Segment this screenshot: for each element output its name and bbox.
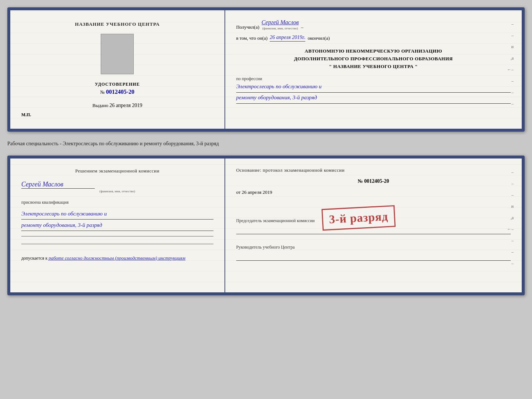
cert1-recipient-line: Получил(а) Сергей Маслов (фамилия, имя, … <box>236 19 511 30</box>
cert2-qualification-line2: ремонту оборудования, 3-й разряд <box>21 220 213 231</box>
cert2-head-signature-line <box>236 252 511 261</box>
cert1-date-preamble: в том, что он(а) <box>236 35 268 41</box>
cert2-name-sub: (фамилия, имя, отчество) <box>21 189 213 193</box>
cert1-left-panel: НАЗВАНИЕ УЧЕБНОГО ЦЕНТРА УДОСТОВЕРЕНИЕ №… <box>10 10 225 129</box>
cert2-separator-line <box>21 236 213 236</box>
cert1-doc-type: УДОСТОВЕРЕНИЕ <box>95 82 140 87</box>
cert1-date-line: в том, что он(а) 26 апреля 2019г. окончи… <box>236 35 511 42</box>
cert1-number-line: № 0012405-20 <box>95 89 140 95</box>
cert2-side-dashes: – – – и ,а ←– – – – <box>507 170 514 281</box>
cert2-right-panel: Основание: протокол экзаменационной коми… <box>225 158 522 292</box>
cert1-name-block: Сергей Маслов (фамилия, имя, отчество) <box>262 19 299 30</box>
cert1-issued-line: Выдано 26 апреля 2019 <box>92 103 142 108</box>
cert2-number-value: 0012405-20 <box>364 178 389 184</box>
cert2-qualification-block: Электрослесарь по обслуживанию и ремонту… <box>21 208 213 231</box>
cert1-profession-block: по профессии Электрослесарь по обслужива… <box>236 76 511 104</box>
photo-placeholder <box>101 34 134 74</box>
cert2-left-panel: Решением экзаменационной комиссии Сергей… <box>10 158 225 292</box>
cert2-head-label: Руководитель учебного Центра <box>236 244 511 250</box>
cert2-stamp: 3-й разряд <box>321 205 396 231</box>
cert1-org-line3: " НАЗВАНИЕ УЧЕБНОГО ЦЕНТРА " <box>236 63 511 71</box>
cert2-qualification-line1: Электрослесарь по обслуживанию и <box>21 208 213 220</box>
certificate-card-1: НАЗВАНИЕ УЧЕБНОГО ЦЕНТРА УДОСТОВЕРЕНИЕ №… <box>7 7 525 132</box>
cert1-org-line2: ДОПОЛНИТЕЛЬНОГО ПРОФЕССИОНАЛЬНОГО ОБРАЗО… <box>236 55 511 63</box>
cert1-org-line1: АВТОНОМНУЮ НЕКОММЕРЧЕСКУЮ ОРГАНИЗАЦИЮ <box>236 47 511 55</box>
cert1-issued-label: Выдано <box>92 103 108 108</box>
cert1-profession-line1: Электрослесарь по обслуживанию и <box>236 82 511 93</box>
cert1-mp-label: М.П. <box>21 112 31 118</box>
cert1-issued-date: 26 апреля 2019 <box>109 103 142 108</box>
cert2-date-value: 26 апреля 2019 <box>242 189 272 195</box>
cert2-separator-line2 <box>21 244 213 244</box>
cert2-date-prefix: от <box>236 189 241 195</box>
cert2-admitted-prefix: допускается к <box>21 256 47 261</box>
cert1-number-prefix: № <box>100 89 105 95</box>
cert1-number-value: 0012405-20 <box>106 89 134 95</box>
cert2-stamp-text: 3-й разряд <box>329 210 389 226</box>
cert2-name: Сергей Маслов <box>21 181 95 189</box>
cert2-number-prefix: № <box>358 178 363 184</box>
cert1-left-title: НАЗВАНИЕ УЧЕБНОГО ЦЕНТРА <box>75 21 160 27</box>
cert2-head-block: Руководитель учебного Центра <box>236 244 511 261</box>
page-wrapper: НАЗВАНИЕ УЧЕБНОГО ЦЕНТРА УДОСТОВЕРЕНИЕ №… <box>7 7 525 295</box>
cert1-profession-line2: ремонту оборудования, 3-й разряд <box>236 93 511 104</box>
cert1-recipient-sub: (фамилия, имя, отчество) <box>262 26 299 30</box>
cert1-right-panel: Получил(а) Сергей Маслов (фамилия, имя, … <box>225 10 522 129</box>
cert1-profession-label: по профессии <box>236 76 511 82</box>
cert2-basis-text: Основание: протокол экзаменационной коми… <box>236 167 511 173</box>
certificate-card-2: Решением экзаменационной комиссии Сергей… <box>7 156 525 295</box>
cert1-dash: – <box>301 24 303 30</box>
cert2-commission-title: Решением экзаменационной комиссии <box>21 167 213 175</box>
cert1-org-text: АВТОНОМНУЮ НЕКОММЕРЧЕСКУЮ ОРГАНИЗАЦИЮ ДО… <box>236 47 511 70</box>
cert1-side-dashes: – – и ,а ←– – – – <box>507 21 514 118</box>
cert1-number-block: УДОСТОВЕРЕНИЕ № 0012405-20 <box>95 82 140 95</box>
cert1-recipient-name: Сергей Маслов <box>262 19 299 25</box>
cert1-finished-label: окончил(а) <box>308 35 330 41</box>
cert2-admitted-text: работе согласно должностным (производств… <box>48 255 185 261</box>
cert2-protocol-date: от 26 апреля 2019 <box>236 189 511 195</box>
cert2-admitted-section: допускается к работе согласно должностны… <box>21 255 213 261</box>
cert1-date-value: 26 апреля 2019г. <box>270 35 305 42</box>
cert2-name-block: Сергей Маслов (фамилия, имя, отчество) <box>21 181 213 193</box>
cert1-received-label: Получил(а) <box>236 24 259 30</box>
cert2-assigned-label: присвоена квалификация <box>21 200 213 205</box>
between-text: Рабочая специальность - Электрослесарь п… <box>7 138 525 150</box>
cert2-protocol-number: № 0012405-20 <box>236 178 511 184</box>
